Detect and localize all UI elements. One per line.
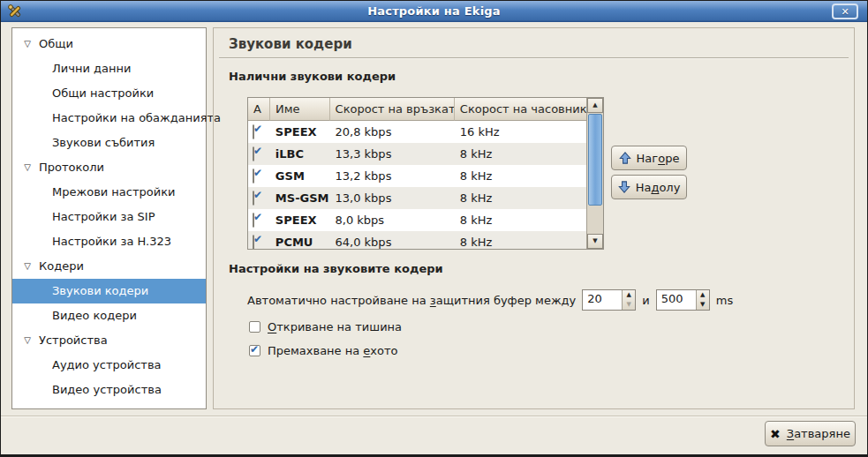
codec-enabled-checkbox[interactable]: ✔ [253,124,254,139]
jitter-buffer-label: Автоматично настройване на защитния буфе… [247,294,576,307]
table-row[interactable]: ✔ GSM 13,2 kbps 8 kHz [248,165,586,187]
sidebar-item-general-settings[interactable]: Общи настройки [12,81,206,106]
table-row[interactable]: ✔ SPEEX 8,0 kbps 8 kHz [248,209,586,231]
check-icon: ✔ [253,167,262,179]
expander-icon[interactable]: ▽ [20,254,34,279]
move-down-label: Надолу [636,181,681,194]
echo-cancellation-checkbox[interactable]: ✔ [249,345,260,356]
sidebar-item-general-category[interactable]: ▽Общи [12,32,206,56]
preferences-sidebar: ▽Общи Лични данни Общи настройки Настрой… [11,27,207,409]
sidebar-item-h323-settings[interactable]: Настройки за H.323 [12,229,206,254]
table-row[interactable]: ✔ SPEEX 20,8 kbps 16 kHz [248,121,586,143]
sidebar-item-audio-devices[interactable]: Аудио устройства [12,353,206,378]
check-icon: ✔ [253,189,262,201]
window-title: Настройки на Ekiga [1,4,867,18]
expander-icon[interactable]: ▽ [20,155,34,180]
column-header-bitrate[interactable]: Скорост на връзката [330,98,455,121]
codec-enabled-checkbox[interactable]: ✔ [253,146,254,161]
sidebar-item-devices-category[interactable]: ▽Устройства [12,328,206,353]
titlebar: Настройки на Ekiga ✕ [1,1,867,22]
jitter-min-value[interactable]: 20 [583,290,622,310]
close-icon: ✕ [841,6,849,18]
page-title: Звукови кодери [229,36,352,52]
scrollbar-thumb[interactable] [588,114,602,206]
silence-detection-checkbox[interactable] [249,321,260,333]
table-row[interactable]: ✔ iLBC 13,3 kbps 8 kHz [248,143,586,165]
sidebar-item-network-settings[interactable]: Мрежови настройки [12,180,206,205]
scroll-up-icon[interactable]: ▲ [587,98,603,113]
sidebar-item-protocols-category[interactable]: ▽Протоколи [12,155,206,180]
move-down-button[interactable]: Надолу [611,175,687,199]
jitter-max-spinner[interactable]: 500 ▲▼ [656,289,710,311]
codec-table-header: А Име Скорост на връзката Скорост на час… [248,98,586,121]
sidebar-item-sound-events[interactable]: Звукови събития [12,131,206,155]
move-up-label: Нагоре [637,152,680,165]
codec-enabled-checkbox[interactable]: ✔ [253,191,254,206]
sidebar-item-video-codecs[interactable]: Видео кодери [12,303,206,328]
check-icon: ✔ [250,343,259,356]
codec-enabled-checkbox[interactable]: ✔ [253,169,254,184]
footer-separator [1,416,867,417]
check-icon: ✔ [253,211,262,223]
sidebar-item-personal-data[interactable]: Лични данни [12,56,206,81]
column-header-name[interactable]: Име [270,98,330,121]
expander-icon[interactable]: ▽ [20,328,34,353]
preferences-tools-icon [7,4,23,19]
echo-cancellation-checkbox-row[interactable]: ✔ Премахване на ехото [249,343,398,357]
scroll-down-icon[interactable]: ▼ [587,234,603,249]
preferences-window: Настройки на Ekiga ✕ ▽Общи Лични данни О… [0,0,868,457]
expander-icon[interactable]: ▽ [20,32,34,56]
column-header-clockrate[interactable]: Скорост на часовника [455,98,586,121]
spin-down-icon[interactable]: ▼ [623,300,635,310]
codec-enabled-checkbox[interactable]: ✔ [253,213,254,228]
arrow-up-icon [619,152,631,164]
table-row[interactable]: ✔ PCMU 64,0 kbps 8 kHz [248,231,586,250]
echo-cancellation-label: Премахване на ехото [268,344,398,357]
jitter-max-value[interactable]: 500 [657,290,696,310]
spin-up-icon[interactable]: ▲ [623,290,635,300]
sidebar-item-sip-settings[interactable]: Настройки за SIP [12,205,206,229]
window-close-button[interactable]: ✕ [832,4,858,19]
check-icon: ✔ [253,145,262,157]
available-codecs-section-title: Налични звукови кодери [229,70,396,83]
spin-down-icon[interactable]: ▼ [697,300,709,310]
spin-up-icon[interactable]: ▲ [697,290,709,300]
move-up-button[interactable]: Нагоре [611,146,687,170]
sidebar-item-codecs-category[interactable]: ▽Кодери [12,254,206,279]
codec-table: А Име Скорост на връзката Скорост на час… [247,97,604,250]
close-dialog-label: Затваряне [787,427,850,440]
audio-codecs-panel: Звукови кодери Налични звукови кодери А … [213,27,855,409]
table-row[interactable]: ✔ MS-GSM 13,0 kbps 8 kHz [248,187,586,209]
close-dialog-button[interactable]: ✖ Затваряне [765,421,856,446]
arrow-down-icon [618,181,630,193]
codec-settings-section-title: Настройки на звуковите кодери [229,262,443,275]
jitter-and-label: и [642,294,649,307]
table-vertical-scrollbar[interactable]: ▲ ▼ [586,98,603,249]
close-x-icon: ✖ [770,427,781,441]
column-header-active[interactable]: А [248,98,270,121]
jitter-min-spinner[interactable]: 20 ▲▼ [582,289,636,311]
silence-detection-label: Откриване на тишина [268,320,402,333]
sidebar-item-call-options[interactable]: Настройки на обажданията [12,106,206,131]
sidebar-item-audio-codecs[interactable]: Звукови кодери [12,279,206,303]
codec-enabled-checkbox[interactable]: ✔ [253,235,254,250]
silence-detection-checkbox-row[interactable]: Откриване на тишина [249,319,402,333]
title-separator [219,57,849,59]
check-icon: ✔ [253,123,262,135]
jitter-unit-label: ms [716,294,733,307]
jitter-buffer-row: Автоматично настройване на защитния буфе… [247,288,733,311]
check-icon: ✔ [253,233,262,245]
sidebar-item-video-devices[interactable]: Видео устройства [12,378,206,402]
